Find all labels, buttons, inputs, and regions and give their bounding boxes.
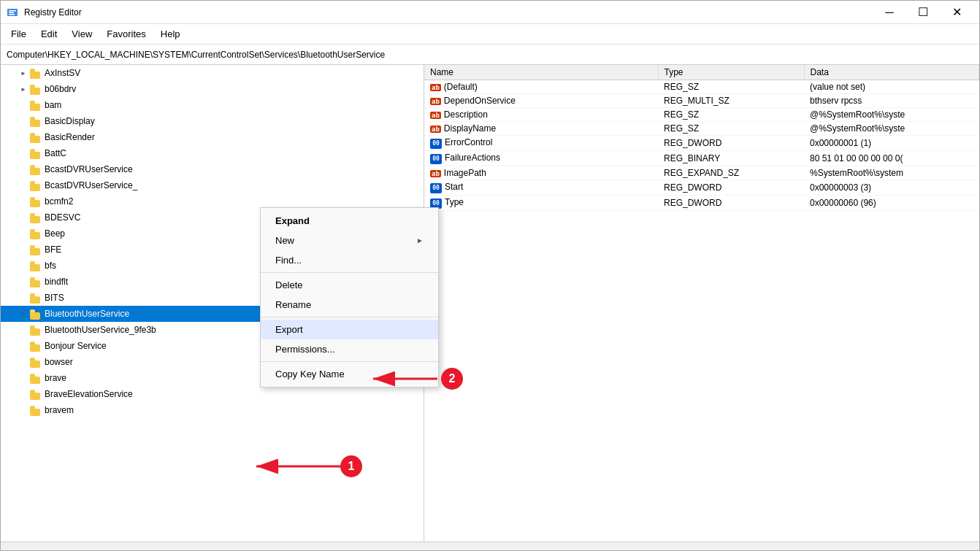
table-row[interactable]: abImagePath REG_EXPAND_SZ %SystemRoot%\s… — [424, 166, 979, 180]
folder-icon-basicdisplay — [30, 115, 42, 127]
reg-name-desc: abDescription — [424, 108, 658, 122]
maximize-button[interactable]: ☐ — [906, 1, 940, 24]
table-row[interactable]: 00Type REG_DWORD 0x00000060 (96) — [424, 196, 979, 211]
tree-item-basicrender[interactable]: ► BasicRender — [1, 129, 424, 145]
ctx-new-label: New — [275, 235, 294, 246]
reg-type-default: REG_SZ — [658, 80, 804, 94]
folder-icon-bowser — [30, 356, 42, 368]
tree-label-braveelevation: BraveElevationService — [45, 389, 133, 399]
table-row[interactable]: 00Start REG_DWORD 0x00000003 (3) — [424, 180, 979, 196]
tree-item-bcastdvr1[interactable]: ► BcastDVRUserService — [1, 161, 424, 177]
reg-type-dispname: REG_SZ — [658, 122, 804, 136]
folder-icon-bcastdvr1 — [30, 163, 42, 175]
reg-ab-icon: ab — [430, 126, 441, 133]
menu-edit[interactable]: Edit — [34, 26, 64, 42]
list-pane[interactable]: Name Type Data ab(Default) REG_SZ (value… — [424, 65, 979, 542]
annotation-number-1: 1 — [348, 460, 355, 473]
reg-type-desc: REG_SZ — [658, 108, 804, 122]
menu-help[interactable]: Help — [153, 26, 188, 42]
tree-label-bam: bam — [45, 100, 61, 110]
reg-type-errctrl: REG_DWORD — [658, 136, 804, 151]
reg-name-default: ab(Default) — [424, 80, 658, 94]
ctx-expand-label: Expand — [275, 215, 310, 226]
table-row[interactable]: 00FailureActions REG_BINARY 80 51 01 00 … — [424, 151, 979, 166]
tree-label-bravem: bravem — [45, 405, 74, 415]
ctx-export-label: Export — [275, 324, 303, 335]
tree-item-axinstsv[interactable]: ► AxInstSV — [1, 65, 424, 81]
tree-label-bowser: bowser — [45, 357, 73, 367]
table-row[interactable]: abDescription REG_SZ @%SystemRoot%\syste — [424, 108, 979, 122]
tree-item-bcastdvr2[interactable]: ► BcastDVRUserService_ — [1, 177, 424, 193]
folder-icon-bfs — [30, 260, 42, 271]
context-menu: Expand New ► Find... Delete Rename Expor… — [260, 207, 439, 388]
reg-data-type: 0x00000060 (96) — [804, 196, 979, 211]
ctx-new-arrow: ► — [416, 236, 424, 244]
folder-icon-bluetooth9fe3b — [30, 324, 42, 336]
folder-icon-bits — [30, 292, 42, 304]
ctx-export[interactable]: Export — [261, 320, 438, 339]
registry-editor-window: Registry Editor ─ ☐ ✕ File Edit View Fav… — [0, 0, 980, 551]
tree-label-bits: BITS — [45, 293, 64, 303]
table-row[interactable]: abDependOnService REG_MULTI_SZ bthserv r… — [424, 94, 979, 108]
reg-type-type: REG_DWORD — [658, 196, 804, 211]
table-row[interactable]: abDisplayName REG_SZ @%SystemRoot%\syste — [424, 122, 979, 136]
folder-icon-bonjour — [30, 340, 42, 352]
ctx-new[interactable]: New ► — [261, 231, 438, 250]
close-button[interactable]: ✕ — [940, 1, 973, 24]
reg-type-failact: REG_BINARY — [658, 151, 804, 166]
menu-favorites[interactable]: Favorites — [99, 26, 153, 42]
tree-label-axinstsv: AxInstSV — [45, 68, 80, 78]
tree-label-bcastdvr1: BcastDVRUserService — [45, 164, 133, 174]
folder-icon-bcastdvr2 — [30, 180, 42, 191]
col-header-type: Type — [658, 65, 804, 80]
reg-data-desc: @%SystemRoot%\syste — [804, 108, 979, 122]
tree-label-bdesvc: BDESVC — [45, 212, 80, 223]
reg-dw-icon: 00 — [430, 139, 442, 149]
table-row[interactable]: 00ErrorControl REG_DWORD 0x00000001 (1) — [424, 136, 979, 151]
address-text: Computer\HKEY_LOCAL_MACHINE\SYSTEM\Curre… — [7, 50, 385, 60]
registry-table: Name Type Data ab(Default) REG_SZ (value… — [424, 65, 979, 211]
window-controls: ─ ☐ ✕ — [873, 1, 973, 24]
tree-item-battc[interactable]: ► BattC — [1, 145, 424, 161]
table-row[interactable]: ab(Default) REG_SZ (value not set) — [424, 80, 979, 94]
ctx-delete[interactable]: Delete — [261, 275, 438, 295]
tree-label-basicdisplay: BasicDisplay — [45, 116, 95, 126]
window-title: Registry Editor — [24, 7, 873, 18]
col-header-name: Name — [424, 65, 658, 80]
ctx-rename[interactable]: Rename — [261, 295, 438, 315]
ctx-expand[interactable]: Expand — [261, 211, 438, 231]
folder-icon-battc — [30, 147, 42, 159]
minimize-button[interactable]: ─ — [873, 1, 906, 24]
main-area: ► AxInstSV ► b06bdrv ► bam ► BasicDispla… — [1, 65, 979, 542]
tree-label-bfs: bfs — [45, 261, 56, 271]
ctx-permissions[interactable]: Permissions... — [261, 339, 438, 359]
reg-name-depend: abDependOnService — [424, 94, 658, 108]
tree-label-beep: Beep — [45, 228, 65, 239]
bottom-scrollbar[interactable] — [1, 542, 979, 550]
tree-item-basicdisplay[interactable]: ► BasicDisplay — [1, 113, 424, 129]
tree-item-bam[interactable]: ► bam — [1, 97, 424, 113]
ctx-copykeyname[interactable]: Copy Key Name — [261, 364, 438, 384]
ctx-find[interactable]: Find... — [261, 250, 438, 270]
reg-data-imgpath: %SystemRoot%\system — [804, 166, 979, 180]
reg-data-dispname: @%SystemRoot%\syste — [804, 122, 979, 136]
reg-data-depend: bthserv rpcss — [804, 94, 979, 108]
tree-label-brave: brave — [45, 373, 66, 383]
menu-file[interactable]: File — [4, 26, 34, 42]
tree-item-bravem[interactable]: ► bravem — [1, 402, 424, 418]
reg-name-start: 00Start — [424, 180, 658, 196]
ctx-permissions-label: Permissions... — [275, 344, 335, 355]
ctx-divider2 — [261, 317, 438, 317]
tree-item-b06bdrv[interactable]: ► b06bdrv — [1, 81, 424, 97]
ctx-divider1 — [261, 272, 438, 273]
expand-arrow-b06bdrv: ► — [18, 84, 28, 94]
menu-view[interactable]: View — [64, 26, 99, 42]
reg-name-dispname: abDisplayName — [424, 122, 658, 136]
reg-name-errctrl: 00ErrorControl — [424, 136, 658, 151]
reg-dw-icon: 00 — [430, 183, 442, 193]
address-bar: Computer\HKEY_LOCAL_MACHINE\SYSTEM\Curre… — [1, 45, 979, 65]
tree-label-battc: BattC — [45, 148, 66, 158]
reg-ab-icon: ab — [430, 84, 441, 91]
tree-label-bluetooth: BluetoothUserService — [45, 309, 129, 319]
tree-item-braveelevation[interactable]: ► BraveElevationService — [1, 386, 424, 402]
